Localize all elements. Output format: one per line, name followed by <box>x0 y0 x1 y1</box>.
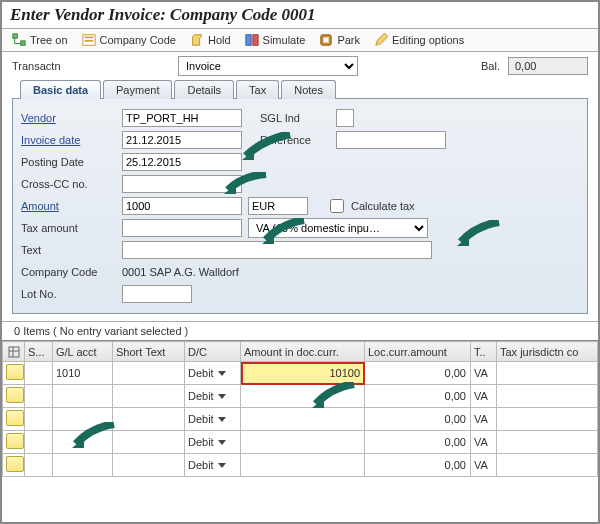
chevron-down-icon <box>218 371 226 376</box>
row-select-button[interactable] <box>3 454 25 477</box>
tree-on-button[interactable]: Tree on <box>12 33 68 47</box>
table-row: Debit 0,00 VA <box>3 408 598 431</box>
tax-code-select[interactable]: VA (19% domestic inpu… <box>248 218 428 238</box>
company-code-label: Company Code <box>100 34 176 46</box>
amount-input[interactable] <box>122 197 242 215</box>
invoice-date-label[interactable]: Invoice date <box>21 134 116 146</box>
gl-acct-cell[interactable]: 1010 <box>53 362 113 385</box>
svg-rect-10 <box>324 37 329 42</box>
col-tax-jur[interactable]: Tax jurisdictn co <box>497 342 598 362</box>
lot-no-label: Lot No. <box>21 288 116 300</box>
vendor-label[interactable]: Vendor <box>21 112 116 124</box>
amount-label[interactable]: Amount <box>21 200 116 212</box>
svg-rect-5 <box>84 37 93 39</box>
tabstrip: Basic data Payment Details Tax Notes <box>2 80 598 99</box>
sgl-ind-label: SGL Ind <box>260 112 330 124</box>
svg-rect-6 <box>84 40 93 42</box>
table-row: Debit 0,00 VA <box>3 431 598 454</box>
dc-cell[interactable]: Debit <box>185 362 241 385</box>
cross-cc-label: Cross-CC no. <box>21 178 116 190</box>
tab-payment[interactable]: Payment <box>103 80 172 99</box>
grid-title: 0 Items ( No entry variant selected ) <box>2 322 598 340</box>
toolbar: Tree on Company Code Hold Simulate Park … <box>2 29 598 51</box>
tree-on-label: Tree on <box>30 34 68 46</box>
hold-icon <box>190 33 204 47</box>
loc-amount-cell[interactable]: 0,00 <box>365 362 471 385</box>
col-status[interactable]: S... <box>25 342 53 362</box>
chevron-down-icon <box>218 394 226 399</box>
row-select-button[interactable] <box>3 431 25 454</box>
grid-corner-button[interactable] <box>3 342 25 362</box>
amount-doc-cell[interactable]: 10100 <box>241 362 365 385</box>
col-loc-amount[interactable]: Loc.curr.amount <box>365 342 471 362</box>
park-button[interactable]: Park <box>319 33 360 47</box>
calculate-tax-checkbox[interactable]: Calculate tax <box>326 196 415 216</box>
company-code-field-label: Company Code <box>21 266 116 278</box>
chevron-down-icon <box>218 417 226 422</box>
col-t[interactable]: T.. <box>471 342 497 362</box>
calculate-tax-label: Calculate tax <box>351 200 415 212</box>
table-row: Debit 0,00 VA <box>3 454 598 477</box>
park-label: Park <box>337 34 360 46</box>
short-text-cell[interactable] <box>113 362 185 385</box>
svg-rect-7 <box>245 35 250 46</box>
simulate-label: Simulate <box>263 34 306 46</box>
lot-no-input[interactable] <box>122 285 192 303</box>
park-icon <box>319 33 333 47</box>
company-code-button[interactable]: Company Code <box>82 33 176 47</box>
tax-jur-cell[interactable] <box>497 362 598 385</box>
row-select-button[interactable] <box>3 408 25 431</box>
grid-header-row: S... G/L acct Short Text D/C Amount in d… <box>3 342 598 362</box>
transaction-label: Transactn <box>12 60 82 72</box>
simulate-icon <box>245 33 259 47</box>
col-dc[interactable]: D/C <box>185 342 241 362</box>
tax-amount-label: Tax amount <box>21 222 116 234</box>
tree-icon <box>12 33 26 47</box>
chevron-down-icon <box>218 463 226 468</box>
tab-notes[interactable]: Notes <box>281 80 336 99</box>
vendor-input[interactable] <box>122 109 242 127</box>
company-code-value: 0001 SAP A.G. Walldorf <box>122 266 239 278</box>
transaction-select[interactable]: Invoice <box>178 56 358 76</box>
reference-label: Reference <box>260 134 330 146</box>
table-row: Debit 0,00 VA <box>3 385 598 408</box>
posting-date-label: Posting Date <box>21 156 116 168</box>
line-items-grid: S... G/L acct Short Text D/C Amount in d… <box>2 340 598 477</box>
editing-options-button[interactable]: Editing options <box>374 33 464 47</box>
pencil-icon <box>374 33 388 47</box>
svg-rect-3 <box>21 41 25 45</box>
cross-cc-input[interactable] <box>122 175 242 193</box>
invoice-date-input[interactable] <box>122 131 242 149</box>
tab-tax[interactable]: Tax <box>236 80 279 99</box>
chevron-down-icon <box>218 440 226 445</box>
table-row: 1010 Debit 10100 0,00 VA <box>3 362 598 385</box>
posting-date-input[interactable] <box>122 153 242 171</box>
editing-options-label: Editing options <box>392 34 464 46</box>
company-code-icon <box>82 33 96 47</box>
page-title: Enter Vendor Invoice: Company Code 0001 <box>2 2 598 28</box>
currency-input[interactable] <box>248 197 308 215</box>
hold-button[interactable]: Hold <box>190 33 231 47</box>
table-settings-icon <box>8 346 20 358</box>
reference-input[interactable] <box>336 131 446 149</box>
simulate-button[interactable]: Simulate <box>245 33 306 47</box>
svg-rect-11 <box>9 347 19 357</box>
tab-basic-data[interactable]: Basic data <box>20 80 101 99</box>
calculate-tax-input[interactable] <box>330 199 344 213</box>
col-short-text[interactable]: Short Text <box>113 342 185 362</box>
row-select-button[interactable] <box>3 362 25 385</box>
status-cell[interactable] <box>25 362 53 385</box>
text-input[interactable] <box>122 241 432 259</box>
col-gl-acct[interactable]: G/L acct <box>53 342 113 362</box>
row-select-button[interactable] <box>3 385 25 408</box>
sgl-ind-input[interactable] <box>336 109 354 127</box>
text-label: Text <box>21 244 116 256</box>
basic-data-panel: Vendor SGL Ind Invoice date Reference Po… <box>12 98 588 314</box>
svg-rect-8 <box>252 35 257 46</box>
tab-details[interactable]: Details <box>174 80 234 99</box>
tax-amount-input[interactable] <box>122 219 242 237</box>
col-amount-doc[interactable]: Amount in doc.curr. <box>241 342 365 362</box>
svg-rect-0 <box>13 34 17 38</box>
t-cell[interactable]: VA <box>471 362 497 385</box>
balance-label: Bal. <box>481 60 500 72</box>
